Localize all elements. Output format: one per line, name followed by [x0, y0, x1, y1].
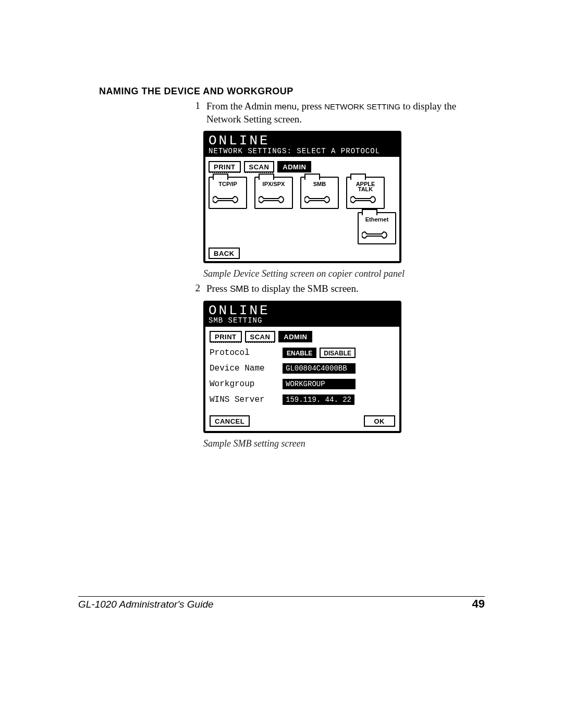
- step-menu-word: menu: [274, 102, 297, 112]
- folder-label: IPX/SPX: [255, 179, 292, 187]
- step-midtext: , press: [297, 101, 324, 112]
- wrench-icon: [350, 194, 382, 206]
- label-device-name: Device Name: [210, 364, 283, 373]
- protocol-disable-button[interactable]: DISABLE: [320, 348, 356, 358]
- step-number: 1: [188, 100, 206, 126]
- panel-subtitle: SMB SETTING: [209, 317, 396, 325]
- wins-server-field[interactable]: 159.119. 44. 22: [283, 394, 354, 405]
- step-2: 2 Press SMB to display the SMB screen.: [188, 282, 485, 295]
- panel-header: ONLINE SMB SETTING: [205, 303, 399, 327]
- footer-book-title: GL-1020 Administrator's Guide: [78, 599, 214, 610]
- folder-label: Ethernet: [359, 214, 395, 222]
- section-heading: NAMING THE DEVICE AND WORKGROUP: [99, 86, 485, 97]
- folder-smb[interactable]: SMB: [300, 177, 339, 209]
- folder-ethernet[interactable]: Ethernet: [358, 212, 396, 244]
- protocol-enable-button[interactable]: ENABLE: [283, 348, 316, 358]
- step-number: 2: [188, 282, 206, 295]
- footer-divider: [78, 596, 485, 597]
- tab-scan[interactable]: SCAN: [245, 331, 276, 342]
- tab-row: PRINT SCAN ADMIN: [210, 331, 395, 342]
- smb-setting-panel: ONLINE SMB SETTING PRINT SCAN ADMIN Prot…: [203, 301, 401, 433]
- page-footer: GL-1020 Administrator's Guide 49: [78, 597, 485, 611]
- label-wins-server: WINS Server: [210, 395, 283, 404]
- folder-label: TCP/IP: [210, 179, 246, 187]
- ok-button[interactable]: OK: [364, 415, 396, 427]
- panel-title: ONLINE: [209, 304, 396, 318]
- folder-label: SMB: [301, 179, 338, 187]
- back-button[interactable]: BACK: [209, 248, 240, 259]
- footer-page-number: 49: [472, 597, 485, 611]
- step-smb-word: SMB: [230, 284, 249, 294]
- cancel-button[interactable]: CANCEL: [210, 415, 250, 427]
- folder-row-2: Ethernet: [209, 212, 396, 244]
- step-1: 1 From the Admin menu, press NETWORK SET…: [188, 100, 485, 126]
- folder-label: APPLE TALK: [347, 179, 384, 192]
- label-protocol: Protocol: [210, 348, 283, 357]
- tab-row: PRINT SCAN ADMIN: [209, 161, 396, 172]
- tab-scan[interactable]: SCAN: [244, 161, 275, 172]
- folder-tcpip[interactable]: TCP/IP: [209, 177, 247, 209]
- tab-admin[interactable]: ADMIN: [277, 161, 311, 172]
- tab-print[interactable]: PRINT: [209, 161, 241, 172]
- step-posttext: to display the SMB screen.: [249, 283, 359, 294]
- step-text: From the Admin menu, press NETWORK SETTI…: [206, 100, 485, 126]
- label-workgroup: Workgroup: [210, 379, 283, 389]
- wrench-icon: [362, 230, 393, 241]
- workgroup-field[interactable]: WORKGROUP: [283, 379, 356, 389]
- panel-subtitle: NETWORK SETTINGS: SELECT A PROTOCOL: [209, 147, 396, 155]
- folder-ipxspx[interactable]: IPX/SPX: [254, 177, 293, 209]
- network-settings-panel: ONLINE NETWORK SETTINGS: SELECT A PROTOC…: [203, 131, 401, 263]
- row-wins-server: WINS Server 159.119. 44. 22: [210, 393, 395, 406]
- step-setting-name: NETWORK SETTING: [324, 102, 400, 111]
- panel-header: ONLINE NETWORK SETTINGS: SELECT A PROTOC…: [205, 133, 399, 157]
- step-text: Press SMB to display the SMB screen.: [206, 282, 485, 295]
- device-name-field[interactable]: GL00804C4000BB: [283, 363, 356, 374]
- tab-print[interactable]: PRINT: [210, 331, 242, 342]
- wrench-icon: [213, 194, 244, 206]
- tab-admin[interactable]: ADMIN: [278, 331, 312, 342]
- row-workgroup: Workgroup WORKGROUP: [210, 378, 395, 390]
- folder-appletalk[interactable]: APPLE TALK: [346, 177, 385, 209]
- figure-caption-2: Sample SMB setting screen: [203, 438, 485, 449]
- wrench-icon: [259, 194, 290, 206]
- wrench-icon: [304, 194, 336, 206]
- panel-title: ONLINE: [209, 134, 396, 148]
- folder-row-1: TCP/IP IPX/SPX SMB APPLE TALK: [209, 177, 396, 209]
- row-protocol: Protocol ENABLE DISABLE: [210, 347, 395, 359]
- step-pretext: Press: [206, 283, 230, 294]
- row-device-name: Device Name GL00804C4000BB: [210, 362, 395, 375]
- step-pretext: From the Admin: [206, 101, 274, 112]
- figure-caption-1: Sample Device Setting screen on copier c…: [203, 268, 485, 279]
